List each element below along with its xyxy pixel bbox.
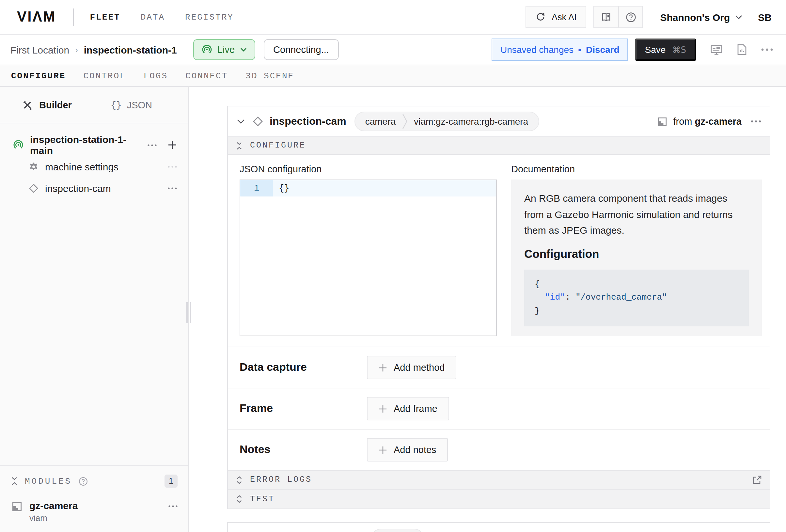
unsaved-changes-text: Unsaved changes <box>501 44 574 55</box>
json-config-column: JSON configuration 1 {} <box>239 164 497 336</box>
builder-tools-icon <box>22 99 33 110</box>
component-type-pill: camera viam:gz-camera:rgb-camera <box>355 112 539 131</box>
configure-content: JSON configuration 1 {} Documentation An… <box>228 155 770 347</box>
viam-logo[interactable]: VIΛM <box>17 8 56 25</box>
pill-chevron-icon <box>402 113 407 130</box>
code-colon: : <box>565 293 576 303</box>
more-options-icon[interactable] <box>761 48 773 51</box>
add-frame-label: Add frame <box>394 403 437 414</box>
collapse-icon <box>236 141 243 150</box>
machine-part-tree: inspection-station-1-main <box>0 123 188 199</box>
modules-section: MODULES 1 <box>0 465 188 532</box>
tab-3d-scene[interactable]: 3D SCENE <box>246 71 294 80</box>
nav-data[interactable]: DATA <box>141 12 165 22</box>
tree-item-machine-settings[interactable]: machine settings <box>0 156 188 178</box>
config-sidebar: Builder {} JSON inspection <box>0 87 189 532</box>
tab-connect[interactable]: CONNECT <box>185 71 228 80</box>
unsaved-dot: • <box>578 44 581 55</box>
machine-tab-bar: CONFIGURE CONTROL LOGS CONNECT 3D SCENE <box>0 65 786 87</box>
code-open-brace: { <box>535 279 540 289</box>
add-notes-button[interactable]: Add notes <box>367 438 448 462</box>
external-link-icon[interactable] <box>753 475 762 484</box>
editor-code: {} <box>273 183 289 193</box>
module-icon <box>657 117 667 126</box>
modules-title: MODULES <box>25 476 72 486</box>
add-method-label: Add method <box>394 362 444 373</box>
editor-line-number: 1 <box>240 180 273 196</box>
component-model: viam:gz-camera:rgb-camera <box>407 116 538 126</box>
nav-registry[interactable]: REGISTRY <box>185 12 234 22</box>
org-switcher[interactable]: Shannon's Org <box>660 11 743 23</box>
builder-label: Builder <box>39 99 72 110</box>
json-config-editor[interactable]: 1 {} <box>239 180 497 336</box>
expand-icon <box>236 476 243 484</box>
monitor-icon[interactable] <box>710 44 723 55</box>
error-logs-bar[interactable]: ERROR LOGS <box>228 470 770 490</box>
test-bar[interactable]: TEST <box>228 490 770 509</box>
code-indent <box>535 293 545 303</box>
documentation-column: Documentation An RGB camera component th… <box>511 164 762 336</box>
more-options-icon[interactable] <box>168 505 178 507</box>
more-options-icon[interactable] <box>147 144 157 146</box>
unsaved-changes-box: Unsaved changes • Discard <box>492 39 628 61</box>
test-title: TEST <box>250 494 275 504</box>
expand-icon <box>236 495 243 503</box>
connecting-button[interactable]: Connecting... <box>263 39 339 60</box>
save-shortcut: ⌘S <box>672 45 686 54</box>
save-button[interactable]: Save ⌘S <box>635 39 696 61</box>
live-label: Live <box>217 44 235 55</box>
machine-bar-right: Unsaved changes • Discard Save ⌘S <box>492 39 777 61</box>
module-card-gz-camera: gz-camera by viam module Registry <box>227 522 770 532</box>
module-item-texts: gz-camera viam <box>29 500 78 523</box>
chevron-down-icon <box>735 15 742 19</box>
builder-mode-toggle[interactable]: Builder <box>22 99 72 110</box>
add-method-button[interactable]: Add method <box>367 356 456 379</box>
add-frame-button[interactable]: Add frame <box>367 397 449 420</box>
module-card-header: gz-camera by viam module Registry <box>228 523 770 532</box>
tree-root-main-part[interactable]: inspection-station-1-main <box>0 134 188 156</box>
collapse-chevron-icon[interactable] <box>237 119 245 124</box>
add-component-icon[interactable] <box>168 140 177 149</box>
help-circle-icon[interactable] <box>78 476 88 486</box>
module-author: viam <box>29 513 78 523</box>
editor-active-line: 1 {} <box>240 180 496 196</box>
more-options-icon[interactable] <box>168 166 177 168</box>
header-right: Ask AI Shannon's Or <box>526 6 776 28</box>
sidebar-resize-handle[interactable] <box>186 302 191 323</box>
from-module-label: from gz-camera <box>657 116 742 126</box>
tab-logs[interactable]: LOGS <box>144 71 168 80</box>
json-mode-toggle[interactable]: {} JSON <box>111 99 152 110</box>
documentation-panel[interactable]: An RGB camera component that reads image… <box>511 180 762 336</box>
live-status-dropdown[interactable]: Live <box>193 39 255 60</box>
nav-fleet[interactable]: FLEET <box>90 12 120 22</box>
help-icon-group <box>594 6 643 28</box>
modules-header[interactable]: MODULES 1 <box>10 475 178 488</box>
configure-section-title: CONFIGURE <box>250 141 306 150</box>
more-options-icon[interactable] <box>168 187 177 189</box>
docs-book-icon[interactable] <box>594 6 619 27</box>
machine-name: inspection-station-1 <box>84 44 177 55</box>
module-list-item[interactable]: gz-camera viam <box>10 500 178 523</box>
tab-configure[interactable]: CONFIGURE <box>11 71 66 80</box>
module-tag-pill: module <box>371 529 424 532</box>
tree-item-inspection-cam[interactable]: inspection-cam <box>0 178 188 199</box>
plus-icon <box>379 404 387 413</box>
from-module-name: gz-camera <box>695 116 742 126</box>
configure-section-bar[interactable]: CONFIGURE <box>228 136 770 155</box>
json-label: JSON <box>127 99 152 110</box>
machine-toolbar-icons <box>710 44 773 55</box>
component-card-inspection-cam: inspection-cam camera viam:gz-camera:rgb… <box>227 106 770 509</box>
top-nav: FLEET DATA REGISTRY <box>90 12 234 22</box>
ask-ai-button[interactable]: Ask AI <box>526 6 586 28</box>
help-icon[interactable] <box>619 6 643 27</box>
broadcast-icon <box>13 140 23 150</box>
discard-button[interactable]: Discard <box>586 44 620 55</box>
component-more-options-icon[interactable] <box>751 120 761 123</box>
tab-control[interactable]: CONTROL <box>83 71 126 80</box>
documentation-code-block: { "id": "/overhead_camera" } <box>524 270 749 327</box>
avatar[interactable]: SB <box>758 11 772 23</box>
tree-item-label: inspection-cam <box>45 183 111 194</box>
report-file-icon[interactable] <box>737 44 747 55</box>
breadcrumb-location[interactable]: First Location <box>10 44 69 55</box>
broadcast-icon <box>202 44 212 55</box>
